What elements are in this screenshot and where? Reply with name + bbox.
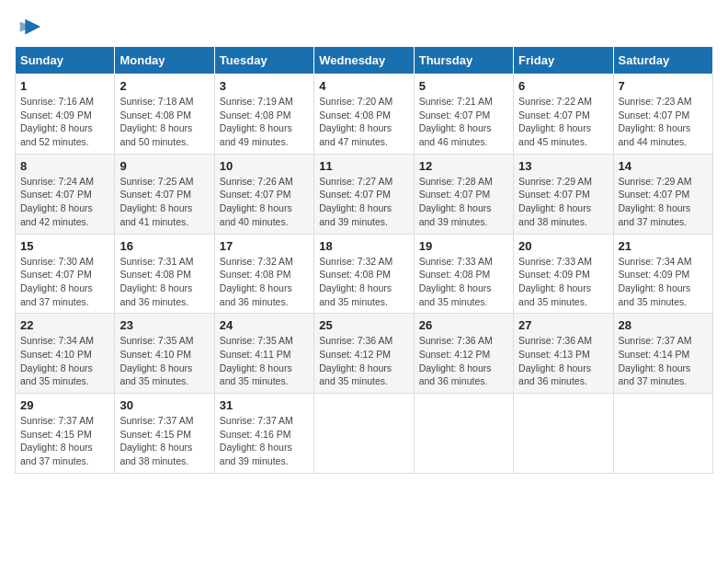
day-number: 27 [518,318,608,332]
day-number: 7 [619,79,708,93]
calendar-cell: 29 Sunrise: 7:37 AMSunset: 4:15 PMDaylig… [16,394,115,474]
day-info: Sunrise: 7:27 AMSunset: 4:07 PMDaylight:… [319,175,408,229]
logo-icon [17,15,42,40]
calendar-cell [613,394,712,474]
week-row-1: 1 Sunrise: 7:16 AMSunset: 4:09 PMDayligh… [16,75,713,155]
day-number: 9 [119,159,209,173]
day-number: 14 [619,159,708,173]
day-info: Sunrise: 7:34 AMSunset: 4:09 PMDaylight:… [619,255,708,309]
week-row-3: 15 Sunrise: 7:30 AMSunset: 4:07 PMDaylig… [16,234,713,314]
day-number: 23 [119,318,209,332]
day-info: Sunrise: 7:36 AMSunset: 4:12 PMDaylight:… [419,334,508,388]
day-info: Sunrise: 7:37 AMSunset: 4:14 PMDaylight:… [619,334,708,388]
calendar-cell: 21 Sunrise: 7:34 AMSunset: 4:09 PMDaylig… [613,234,712,314]
day-info: Sunrise: 7:19 AMSunset: 4:08 PMDaylight:… [220,95,309,149]
day-number: 29 [20,398,109,412]
day-info: Sunrise: 7:37 AMSunset: 4:15 PMDaylight:… [119,414,209,468]
calendar-cell: 27 Sunrise: 7:36 AMSunset: 4:13 PMDaylig… [514,314,613,394]
day-info: Sunrise: 7:32 AMSunset: 4:08 PMDaylight:… [319,255,408,309]
day-info: Sunrise: 7:37 AMSunset: 4:15 PMDaylight:… [20,414,109,468]
day-number: 19 [419,239,508,253]
calendar-cell: 17 Sunrise: 7:32 AMSunset: 4:08 PMDaylig… [214,234,313,314]
day-info: Sunrise: 7:24 AMSunset: 4:07 PMDaylight:… [20,175,109,229]
calendar-cell: 2 Sunrise: 7:18 AMSunset: 4:08 PMDayligh… [115,75,214,155]
calendar-cell: 12 Sunrise: 7:28 AMSunset: 4:07 PMDaylig… [414,154,513,234]
day-number: 31 [220,398,309,412]
dow-sunday: Sunday [16,47,115,75]
day-number: 13 [518,159,608,173]
page-header [15,15,713,37]
day-number: 11 [319,159,408,173]
calendar-cell: 20 Sunrise: 7:33 AMSunset: 4:09 PMDaylig… [514,234,613,314]
dow-tuesday: Tuesday [214,47,313,75]
day-number: 17 [220,239,309,253]
day-number: 12 [419,159,508,173]
calendar-cell: 4 Sunrise: 7:20 AMSunset: 4:08 PMDayligh… [314,75,414,155]
dow-monday: Monday [115,47,214,75]
calendar-cell: 14 Sunrise: 7:29 AMSunset: 4:07 PMDaylig… [613,154,712,234]
calendar-cell: 8 Sunrise: 7:24 AMSunset: 4:07 PMDayligh… [16,154,115,234]
day-info: Sunrise: 7:22 AMSunset: 4:07 PMDaylight:… [518,95,608,149]
day-number: 1 [20,79,109,93]
calendar-cell: 3 Sunrise: 7:19 AMSunset: 4:08 PMDayligh… [214,75,313,155]
week-row-5: 29 Sunrise: 7:37 AMSunset: 4:15 PMDaylig… [16,394,713,474]
calendar-cell: 13 Sunrise: 7:29 AMSunset: 4:07 PMDaylig… [514,154,613,234]
day-info: Sunrise: 7:31 AMSunset: 4:08 PMDaylight:… [119,255,209,309]
day-number: 20 [518,239,608,253]
calendar-cell: 28 Sunrise: 7:37 AMSunset: 4:14 PMDaylig… [613,314,712,394]
calendar-cell: 23 Sunrise: 7:35 AMSunset: 4:10 PMDaylig… [115,314,214,394]
calendar-cell: 18 Sunrise: 7:32 AMSunset: 4:08 PMDaylig… [314,234,414,314]
day-number: 30 [119,398,209,412]
day-info: Sunrise: 7:29 AMSunset: 4:07 PMDaylight:… [619,175,708,229]
day-info: Sunrise: 7:28 AMSunset: 4:07 PMDaylight:… [419,175,508,229]
calendar-cell [314,394,414,474]
calendar-cell: 7 Sunrise: 7:23 AMSunset: 4:07 PMDayligh… [613,75,712,155]
calendar-cell: 16 Sunrise: 7:31 AMSunset: 4:08 PMDaylig… [115,234,214,314]
calendar-cell: 30 Sunrise: 7:37 AMSunset: 4:15 PMDaylig… [115,394,214,474]
calendar-cell: 6 Sunrise: 7:22 AMSunset: 4:07 PMDayligh… [514,75,613,155]
dow-thursday: Thursday [414,47,513,75]
day-number: 5 [419,79,508,93]
day-number: 3 [220,79,309,93]
day-number: 28 [619,318,708,332]
day-info: Sunrise: 7:18 AMSunset: 4:08 PMDaylight:… [119,95,209,149]
day-info: Sunrise: 7:21 AMSunset: 4:07 PMDaylight:… [419,95,508,149]
calendar-cell: 15 Sunrise: 7:30 AMSunset: 4:07 PMDaylig… [16,234,115,314]
calendar-cell: 1 Sunrise: 7:16 AMSunset: 4:09 PMDayligh… [16,75,115,155]
calendar: SundayMondayTuesdayWednesdayThursdayFrid… [15,46,713,474]
calendar-cell: 22 Sunrise: 7:34 AMSunset: 4:10 PMDaylig… [16,314,115,394]
calendar-cell: 11 Sunrise: 7:27 AMSunset: 4:07 PMDaylig… [314,154,414,234]
day-number: 4 [319,79,408,93]
day-info: Sunrise: 7:36 AMSunset: 4:13 PMDaylight:… [518,334,608,388]
dow-friday: Friday [514,47,613,75]
day-number: 6 [518,79,608,93]
day-info: Sunrise: 7:30 AMSunset: 4:07 PMDaylight:… [20,255,109,309]
day-info: Sunrise: 7:23 AMSunset: 4:07 PMDaylight:… [619,95,708,149]
calendar-cell: 5 Sunrise: 7:21 AMSunset: 4:07 PMDayligh… [414,75,513,155]
day-info: Sunrise: 7:25 AMSunset: 4:07 PMDaylight:… [119,175,209,229]
day-number: 24 [220,318,309,332]
week-row-4: 22 Sunrise: 7:34 AMSunset: 4:10 PMDaylig… [16,314,713,394]
day-info: Sunrise: 7:35 AMSunset: 4:10 PMDaylight:… [119,334,209,388]
calendar-cell: 25 Sunrise: 7:36 AMSunset: 4:12 PMDaylig… [314,314,414,394]
day-number: 8 [20,159,109,173]
day-info: Sunrise: 7:16 AMSunset: 4:09 PMDaylight:… [20,95,109,149]
day-number: 21 [619,239,708,253]
day-info: Sunrise: 7:20 AMSunset: 4:08 PMDaylight:… [319,95,408,149]
day-info: Sunrise: 7:36 AMSunset: 4:12 PMDaylight:… [319,334,408,388]
day-number: 25 [319,318,408,332]
day-number: 2 [119,79,209,93]
day-info: Sunrise: 7:34 AMSunset: 4:10 PMDaylight:… [20,334,109,388]
day-info: Sunrise: 7:26 AMSunset: 4:07 PMDaylight:… [220,175,309,229]
day-number: 15 [20,239,109,253]
days-of-week-row: SundayMondayTuesdayWednesdayThursdayFrid… [16,47,713,75]
day-info: Sunrise: 7:29 AMSunset: 4:07 PMDaylight:… [518,175,608,229]
day-number: 22 [20,318,109,332]
calendar-cell: 24 Sunrise: 7:35 AMSunset: 4:11 PMDaylig… [214,314,313,394]
day-number: 10 [220,159,309,173]
day-info: Sunrise: 7:33 AMSunset: 4:09 PMDaylight:… [518,255,608,309]
calendar-cell: 31 Sunrise: 7:37 AMSunset: 4:16 PMDaylig… [214,394,313,474]
calendar-cell: 10 Sunrise: 7:26 AMSunset: 4:07 PMDaylig… [214,154,313,234]
day-info: Sunrise: 7:35 AMSunset: 4:11 PMDaylight:… [220,334,309,388]
day-number: 26 [419,318,508,332]
